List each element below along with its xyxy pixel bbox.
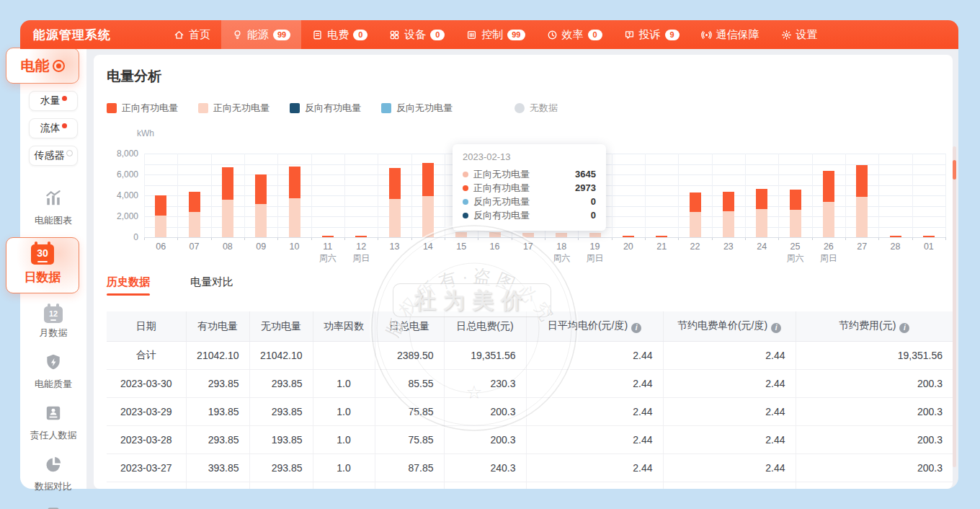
nav-item-complaints[interactable]: 投诉9	[613, 20, 690, 49]
bar-19[interactable]	[589, 233, 601, 237]
energy-type-electric[interactable]: 电能	[6, 48, 79, 84]
column-header-label: 有功电量	[197, 320, 238, 332]
bar-segment-active	[422, 163, 434, 196]
nav-item-devices[interactable]: 设备0	[378, 20, 455, 49]
bar-segment-reactive	[823, 202, 834, 237]
x-axis-label: 19	[579, 242, 611, 252]
bar-28[interactable]	[890, 236, 901, 237]
column-header-label: 无功电量	[261, 320, 301, 332]
bar-segment-active	[690, 192, 701, 212]
menu-item-daily-data[interactable]: 30日数据	[6, 237, 79, 293]
gridline-v	[411, 154, 412, 237]
info-icon[interactable]: i	[899, 323, 909, 333]
info-icon[interactable]: i	[631, 323, 641, 333]
bar-01[interactable]	[923, 236, 935, 237]
bar-08[interactable]	[222, 167, 233, 237]
bar-16[interactable]	[489, 232, 501, 237]
tooltip-series-label: 正向有功电量	[473, 181, 530, 195]
weekday-label: 周日	[579, 252, 611, 265]
bar-26[interactable]	[823, 171, 834, 237]
energy-type-label: 水量	[40, 94, 61, 107]
bar-segment-active	[189, 192, 200, 212]
energy-type-sensor[interactable]: 传感器	[29, 146, 78, 166]
nav-item-communication[interactable]: 通信保障	[690, 20, 770, 49]
menu-item-power-charts[interactable]: 电能图表	[20, 189, 86, 227]
bar-segment-reactive	[522, 233, 534, 237]
bar-17[interactable]	[522, 233, 534, 237]
bar-11[interactable]	[322, 236, 334, 237]
tab-history-data[interactable]: 历史数据	[107, 275, 150, 296]
menu-item-monthly-data[interactable]: 12月数据	[20, 306, 86, 340]
bar-21[interactable]	[656, 236, 667, 237]
menu-item-data-compare[interactable]: 数据对比	[20, 455, 86, 493]
bar-23[interactable]	[723, 192, 734, 237]
menu-item-frozen-data[interactable]: 冻结数据	[20, 506, 86, 509]
bar-15[interactable]	[455, 232, 467, 237]
nav-item-energy[interactable]: 能源99	[221, 20, 301, 49]
table-cell: 2.44	[526, 454, 663, 482]
bar-09[interactable]	[255, 174, 267, 237]
shield-bolt-icon	[44, 353, 63, 374]
legend-item[interactable]: 无数据	[514, 102, 558, 115]
table-cell: 1.0	[313, 426, 375, 454]
legend-item[interactable]: 反向无功电量	[381, 102, 453, 115]
status-dot	[62, 96, 67, 101]
bar-segment-reactive	[255, 204, 267, 237]
energy-type-fluid[interactable]: 流体	[29, 118, 78, 138]
nav-item-label: 设备	[404, 28, 426, 42]
menu-item-owner-data[interactable]: 责任人数据	[20, 404, 86, 442]
page-title: 电量分析	[107, 68, 940, 85]
bar-27[interactable]	[856, 165, 868, 237]
legend-item[interactable]: 反向有功电量	[290, 102, 361, 115]
energy-type-water[interactable]: 水量	[29, 91, 78, 111]
bar-segment-active	[255, 174, 267, 204]
gridline-v	[912, 154, 913, 237]
x-axis-line	[144, 237, 945, 238]
bar-20[interactable]	[623, 236, 634, 237]
table-cell: 2.44	[663, 398, 796, 426]
info-icon[interactable]: i	[771, 323, 781, 333]
bar-18[interactable]	[556, 233, 567, 237]
scrollbar-thumb[interactable]	[953, 160, 956, 180]
table-cell	[375, 482, 444, 490]
bar-07[interactable]	[189, 192, 200, 237]
bar-10[interactable]	[289, 167, 300, 237]
bar-24[interactable]	[756, 189, 767, 237]
legend-item[interactable]: 正向无功电量	[198, 102, 270, 115]
table-cell: 85.55	[375, 370, 444, 398]
tab-power-compare[interactable]: 电量对比	[190, 275, 233, 296]
gridline-v	[277, 154, 278, 237]
scrollbar-track[interactable]	[953, 146, 956, 467]
legend-swatch	[107, 103, 117, 113]
table-cell: 2.44	[526, 342, 663, 370]
bar-25[interactable]	[790, 190, 801, 237]
menu-item-label: 电能图表	[35, 214, 72, 227]
table-cell: 230.3	[444, 370, 526, 398]
bar-22[interactable]	[690, 192, 701, 237]
legend-item[interactable]: 正向有功电量	[107, 102, 178, 115]
table-cell: 1.0	[313, 370, 375, 398]
nav-item-efficiency[interactable]: 效率0	[536, 20, 613, 49]
tooltip-row: 正向无功电量3645	[463, 167, 596, 181]
nav-item-control[interactable]: 控制99	[455, 20, 535, 49]
menu-item-power-quality[interactable]: 电能质量	[20, 353, 86, 391]
gridline-v	[745, 154, 746, 237]
person-card-icon	[44, 404, 63, 425]
nav-item-home[interactable]: 首页	[163, 20, 221, 49]
x-axis-label: 28	[880, 242, 912, 252]
table-row: 合计21042.1021042.102389.5019,351.562.442.…	[107, 342, 953, 370]
table-cell: 2023-03-29	[107, 398, 186, 426]
bar-12[interactable]	[355, 236, 367, 237]
bar-13[interactable]	[389, 168, 401, 237]
gridline-v	[778, 154, 779, 237]
nav-item-electricity-fee[interactable]: 电费0	[301, 20, 378, 49]
nav-item-settings[interactable]: 设置	[770, 20, 829, 49]
energy-type-label: 电能	[21, 56, 50, 76]
bar-06[interactable]	[155, 195, 166, 237]
main-nav: 首页能源99电费0设备0控制99效率0投诉9通信保障设置	[163, 20, 829, 49]
bar-segment-active	[322, 236, 334, 237]
bar-14[interactable]	[422, 163, 434, 237]
menu-item-label: 责任人数据	[30, 429, 77, 442]
y-axis-label: 6,000	[107, 169, 138, 180]
table-cell: 2389.50	[375, 342, 444, 370]
